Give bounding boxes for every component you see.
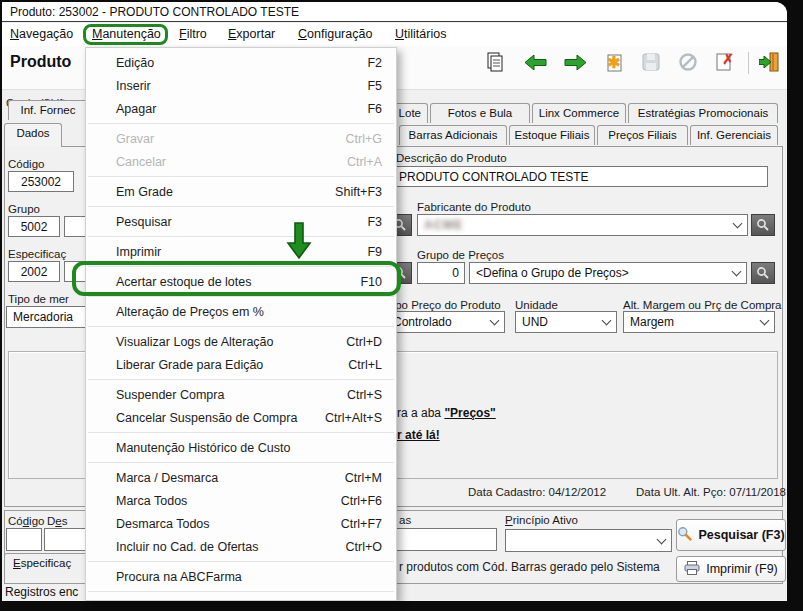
arrow-left-icon[interactable]: [525, 55, 547, 74]
bottom-codigo-label: Código: [8, 515, 44, 527]
tab-linx-commerce[interactable]: Linx Commerce: [532, 103, 626, 123]
menu-item-cancelar-suspensao[interactable]: Cancelar Suspensão de CompraCtrl+Alt+S: [86, 406, 396, 429]
menubar-item-utilitarios[interactable]: Utilitários: [395, 27, 446, 41]
window-title: Produto: 253002 - PRODUTO CONTROLADO TES…: [10, 5, 299, 19]
delete-record-icon[interactable]: ✗: [714, 51, 736, 77]
exit-icon[interactable]: [759, 51, 781, 77]
tipo-mercadoria-label: Tipo de mer: [8, 293, 69, 305]
chevron-down-icon: [490, 316, 500, 326]
page-title: Produto: [10, 53, 71, 71]
data-ult-alt-pco: Data Ult. Alt. Pço: 07/11/2018: [636, 486, 786, 498]
tab-precos-filiais[interactable]: Preços Filiais: [597, 125, 688, 145]
menu-item-marca-todos[interactable]: Marca TodosCtrl+F6: [86, 489, 396, 512]
menubar-item-filtro[interactable]: Filtro: [179, 27, 207, 41]
precos-tab-link[interactable]: "Preços": [444, 406, 495, 420]
menu-item-inserir[interactable]: InserirF5: [86, 74, 396, 97]
menu-item-manutencao-historico-custo[interactable]: Manutenção Histórico de Custo: [86, 436, 396, 459]
especificacao-field[interactable]: 2002: [8, 261, 60, 282]
alt-margem-label: Alt. Margem ou Prç de Compra: [623, 299, 782, 311]
new-record-icon[interactable]: ✱: [604, 51, 626, 77]
menu-item-acertar-estoque-de-lotes[interactable]: Acertar estoque de lotesF10: [86, 270, 396, 293]
bottom-codigo-field[interactable]: [6, 528, 42, 551]
menu-item-apagar[interactable]: ApagarF6: [86, 97, 396, 120]
menu-separator: [88, 236, 394, 237]
tab-barras-adicionais[interactable]: Barras Adicionais: [399, 125, 507, 145]
screenshot-stage: Produto: 253002 - PRODUTO CONTROLADO TES…: [0, 0, 803, 611]
menu-item-gravar: GravarCtrl+G: [86, 127, 396, 150]
descricao-field[interactable]: PRODUTO CONTROLADO TESTE: [382, 166, 768, 187]
codigo-field[interactable]: 253002: [8, 171, 74, 192]
menu-separator: [88, 591, 394, 592]
menu-item-suspender-compra[interactable]: Suspender CompraCtrl+S: [86, 383, 396, 406]
info-line-2: r até lá!: [397, 428, 440, 442]
grupo-field[interactable]: 5002: [8, 216, 60, 237]
menubar-item-navegacao[interactable]: Navegação: [10, 27, 73, 41]
tab-fotos-e-bula[interactable]: Fotos e Bula: [430, 103, 530, 123]
grupo-precos-search-icon[interactable]: [751, 262, 775, 284]
menu-item-liberar-grade[interactable]: Liberar Grade para EdiçãoCtrl+L: [86, 353, 396, 376]
grupo-label: Grupo: [8, 203, 40, 215]
fabricante-search-icon[interactable]: [751, 214, 775, 236]
chevron-down-icon: [760, 316, 770, 326]
menu-separator: [88, 462, 394, 463]
menubar-item-manutencao[interactable]: Manutenção: [92, 27, 161, 41]
menu-item-desmarca-todos[interactable]: Desmarca TodosCtrl+F7: [86, 512, 396, 535]
menu-item-procura-abcfarma[interactable]: Procura na ABCFarma: [86, 565, 396, 588]
menu-separator: [88, 379, 394, 380]
manutencao-menu: EdiçãoF2 InserirF5 ApagarF6 GravarCtrl+G…: [85, 47, 397, 601]
arrow-right-icon[interactable]: [564, 55, 586, 74]
title-bar: Produto: 253002 - PRODUTO CONTROLADO TES…: [2, 2, 787, 22]
chevron-down-icon: [733, 219, 743, 229]
grupo-precos-select[interactable]: <Defina o Grupo de Preços>: [469, 262, 747, 284]
tipo-preco-label: Tipo Preço do Produto: [386, 299, 501, 311]
search-icon: [677, 526, 692, 544]
menu-item-incluir-cad-ofertas[interactable]: Incluir no Cad. de OfertasCtrl+O: [86, 535, 396, 558]
menu-item-edicao[interactable]: EdiçãoF2: [86, 51, 396, 74]
grupo-precos-num-field[interactable]: 0: [417, 262, 465, 284]
menu-item-alteracao-de-precos[interactable]: Alteração de Preços em %: [86, 300, 396, 323]
menu-separator: [88, 206, 394, 207]
bottom-descricao-field[interactable]: [44, 528, 90, 551]
tipo-preco-select[interactable]: Controlado: [386, 311, 505, 333]
bottom-des-label: Des: [47, 515, 67, 527]
tab-dados[interactable]: Dados: [4, 123, 62, 147]
chevron-down-icon: [602, 316, 612, 326]
tab-estrategias-promocionais[interactable]: Estratégias Promocionais: [628, 103, 778, 123]
svg-text:✱: ✱: [607, 54, 620, 71]
descricao-label: Descrição do Produto: [396, 152, 507, 164]
pesquisar-button[interactable]: Pesquisar (F3): [676, 519, 786, 551]
barras-field[interactable]: [382, 528, 497, 551]
tab-inf-fornec[interactable]: Inf. Fornec: [8, 100, 88, 120]
menu-item-visualizar-logs[interactable]: Visualizar Logs de AlteraçãoCtrl+D: [86, 330, 396, 353]
tab-estoque-filiais[interactable]: Estoque Filiais: [509, 125, 595, 145]
tab-inf-gerenciais[interactable]: Inf. Gerenciais: [690, 125, 778, 145]
especificacao-label: Especificaç: [8, 248, 66, 260]
barras-label-fragment: as: [399, 514, 411, 526]
menu-separator: [88, 432, 394, 433]
menu-separator: [88, 266, 394, 267]
toolbar-separator: [748, 52, 749, 74]
imprimir-button[interactable]: Imprimir (F9): [676, 556, 786, 582]
menu-separator: [88, 561, 394, 562]
tab-especificacao[interactable]: Especificaç: [4, 553, 96, 579]
menu-separator: [88, 326, 394, 327]
menu-item-marca-desmarca[interactable]: Marca / DesmarcaCtrl+M: [86, 466, 396, 489]
status-text: Registros enc: [5, 585, 78, 599]
menu-separator: [88, 176, 394, 177]
menubar-item-configuracao[interactable]: Configuração: [298, 27, 372, 41]
alt-margem-select[interactable]: Margem: [623, 311, 775, 333]
save-icon: [641, 52, 661, 76]
menu-separator: [88, 123, 394, 124]
principio-ativo-select[interactable]: [505, 529, 672, 552]
menu-item-imprimir[interactable]: ImprimirF9: [86, 240, 396, 263]
menu-item-cancelar: CancelarCtrl+A: [86, 150, 396, 173]
menu-item-em-grade[interactable]: Em GradeShift+F3: [86, 180, 396, 203]
menubar-item-exportar[interactable]: Exportar: [228, 27, 275, 41]
menu-bar: Navegação Manutenção Filtro Exportar Con…: [2, 23, 787, 46]
codigo-label: Código: [8, 158, 44, 170]
fabricante-label: Fabricante do Produto: [417, 201, 531, 213]
copy-icon[interactable]: [486, 52, 507, 77]
unidade-select[interactable]: UND: [515, 311, 617, 333]
fabricante-select[interactable]: ACME: [417, 214, 748, 236]
menu-item-pesquisar[interactable]: PesquisarF3: [86, 210, 396, 233]
